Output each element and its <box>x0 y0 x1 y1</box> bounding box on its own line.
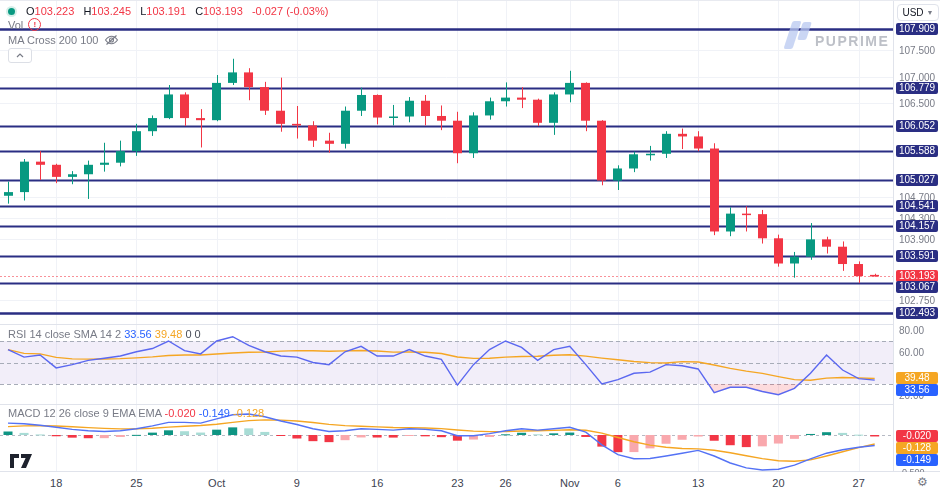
ma-cross-label: MA Cross 200 100 <box>8 34 99 46</box>
tradingview-logo-icon[interactable] <box>10 454 33 473</box>
price-level-badge: 103.591 <box>896 250 938 262</box>
price-axis[interactable]: USD ▼ 107.500107.000106.500104.700104.30… <box>893 1 940 471</box>
trading-chart-app: O103.223 H103.245 L103.191 C103.193 -0.0… <box>0 0 940 492</box>
rsi-scale-label: 60.00 <box>899 347 924 358</box>
volume-error-icon[interactable]: ! <box>28 18 41 31</box>
price-level-badge: 102.493 <box>896 307 938 319</box>
macd-signal-value: -0.128 <box>233 407 264 419</box>
macd-signal-badge: -0.128 <box>896 442 938 454</box>
series-marker-icon <box>8 8 15 15</box>
change-value: -0.027 (-0.03%) <box>252 5 328 17</box>
price-level-badge: 104.541 <box>896 200 938 212</box>
price-level-badge: 104.157 <box>896 220 938 232</box>
macd-value-badge: -0.149 <box>896 454 938 466</box>
rsi-title: RSI 14 close SMA 14 2 <box>8 328 121 340</box>
time-axis-label: 6 <box>615 477 621 489</box>
time-axis-label: 27 <box>853 477 865 489</box>
settings-gear-icon[interactable]: ⚙ <box>917 475 928 489</box>
price-scale-label: 107.500 <box>899 45 935 56</box>
puprime-logo-icon <box>788 21 809 49</box>
currency-label: USD <box>902 7 923 18</box>
collapse-legend-button[interactable] <box>8 48 32 63</box>
ma-cross-legend-row: MA Cross 200 100 <box>8 34 119 46</box>
time-axis-label: Oct <box>208 477 225 489</box>
rsi-legend: RSI 14 close SMA 14 2 33.56 39.48 0 0 <box>8 328 201 340</box>
price-level-badge: 105.027 <box>896 174 938 186</box>
macd-hist-badge: -0.020 <box>896 430 938 442</box>
close-label: C <box>195 5 203 17</box>
time-axis-label: 9 <box>294 477 300 489</box>
time-axis-label: 25 <box>130 477 142 489</box>
watermark-brand-text: PUPRIME <box>815 33 889 49</box>
eye-off-icon[interactable] <box>104 34 119 46</box>
price-scale-label: 106.500 <box>899 98 935 109</box>
ohlc-values: O103.223 H103.245 L103.191 C103.193 -0.0… <box>20 5 328 17</box>
volume-legend-row: Vol ! <box>8 18 41 31</box>
time-axis-label: 16 <box>371 477 383 489</box>
price-scale-label: 103.900 <box>899 234 935 245</box>
high-value: 103.245 <box>91 5 131 17</box>
macd-hist-value: -0.020 <box>165 407 196 419</box>
price-level-badge: 106.052 <box>896 120 938 132</box>
time-axis-label: 18 <box>50 477 62 489</box>
open-label: O <box>26 5 35 17</box>
rsi-value-badge: 33.56 <box>896 384 938 396</box>
macd-legend: MACD 12 26 close 9 EMA EMA -0.020 -0.149… <box>8 407 264 419</box>
close-value: 103.193 <box>203 5 243 17</box>
open-value: 103.223 <box>35 5 75 17</box>
ohlc-legend: O103.223 H103.245 L103.191 C103.193 -0.0… <box>8 5 328 17</box>
price-scale-label: 102.750 <box>899 295 935 306</box>
time-axis-label: 26 <box>499 477 511 489</box>
time-axis-label: 23 <box>451 477 463 489</box>
time-axis-label: 13 <box>692 477 704 489</box>
price-level-badge: 105.588 <box>896 145 938 157</box>
price-level-badge: 103.067 <box>896 281 938 293</box>
low-value: 103.191 <box>146 5 186 17</box>
rsi-sma-badge: 39.48 <box>896 372 938 384</box>
broker-watermark: PUPRIME <box>788 21 889 49</box>
price-scale-label: 107.000 <box>899 72 935 83</box>
rsi-extra-values: 0 0 <box>185 328 200 340</box>
price-level-badge: 106.779 <box>896 82 938 94</box>
time-axis[interactable]: ⚙ 1825Oct9162326Nov6132027 <box>0 472 940 492</box>
time-axis-label: Nov <box>560 477 580 489</box>
volume-label: Vol <box>8 19 23 31</box>
time-axis-label: 20 <box>772 477 784 489</box>
currency-selector[interactable]: USD ▼ <box>897 4 939 21</box>
chevron-down-icon: ▼ <box>927 9 934 16</box>
price-level-badge: 107.909 <box>896 23 938 35</box>
macd-line-value: -0.149 <box>199 407 230 419</box>
rsi-scale-label: 80.00 <box>899 325 924 336</box>
rsi-value: 33.56 <box>124 328 152 340</box>
rsi-sma-value: 39.48 <box>155 328 183 340</box>
macd-title: MACD 12 26 close 9 EMA EMA <box>8 407 161 419</box>
